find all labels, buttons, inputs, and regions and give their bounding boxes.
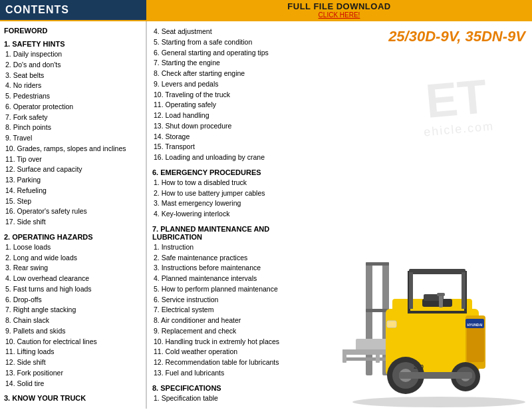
click-here-link[interactable]: CLICK HERE! [319,11,360,19]
svg-text:HYUNDAI: HYUNDAI [467,323,483,327]
toc-item: 5. Pedestrians [4,91,142,102]
toc-item: 4. Seat adjustment [152,27,281,37]
toc-item: 13. Parking [4,175,142,186]
toc-left: FOREWORD 1. SAFETY HINTS 1. Daily inspec… [0,21,146,409]
toc-item: 12. Surface and capacity [4,164,142,175]
toc-item: 7. Starting the engine [152,58,281,69]
image-area: 25/30D-9V, 35DN-9V ET ehicle.com [287,21,532,409]
toc-item: 9. Travel [4,133,142,144]
toc-item: 3. Instructions before maintenance [152,263,281,274]
toc-item: 13. Fork positioner [4,368,142,379]
svg-rect-9 [376,349,380,363]
svg-point-0 [352,397,525,407]
toc-item: 17. Side shift [4,217,142,228]
toc-item: 4. Key-lowering interlock [152,209,281,220]
toc-item: 11. Cold weather operation [152,347,281,357]
header-left: CONTENTS [0,0,146,20]
toc-item: 6. Operator protection [4,102,142,112]
toc-item: 15. Step [4,196,142,207]
toc-item: 5. Starting from a safe condition [152,37,281,48]
toc-item: 2. Long and wide loads [4,253,142,264]
main-content: FOREWORD 1. SAFETY HINTS 1. Daily inspec… [0,21,532,409]
toc-item: 1. Instruction [152,242,281,253]
toc-item: 12. Recommendation table for lubricants [152,357,281,368]
toc-item: 1. Daily inspection [4,49,142,60]
toc-item: 7. Right angle stacking [4,305,142,315]
section-1-title: 1. SAFETY HINTS [4,40,142,48]
section-7-title: 7. PLANNED MAINTENANCE AND LUBRICATION [152,225,281,241]
toc-item: 10. Traveling of the truck [152,90,281,101]
toc-item: 7. Fork safety [4,112,142,123]
right-panel: 4. Seat adjustment 5. Starting from a sa… [147,21,532,409]
svg-rect-30 [399,372,472,379]
toc-item: 10. Caution for electrical lines [4,337,142,347]
toc-item: 2. Safe maintenance practices [152,253,281,264]
svg-rect-8 [342,349,346,363]
svg-rect-4 [366,309,389,312]
toc-item: 5. How to perform planned maintenance [152,284,281,295]
toc-item: 5. Fast turns and high loads [4,284,142,295]
toc-item: 9. Pallets and skids [4,326,142,337]
toc-item: 9. Levers and pedals [152,79,281,90]
toc-item: 1. Specification table [152,393,281,404]
forklift-image: HYUNDAI 250 [306,222,532,409]
svg-rect-15 [409,269,466,274]
svg-rect-5 [356,339,389,351]
toc-item: 16. Operator's safety rules [4,206,142,217]
toc-item: 11. Lifting loads [4,347,142,357]
toc-item: 14. Storage [152,132,281,142]
section-3-title: 3. KNOW YOUR TRUCK [4,394,142,402]
toc-item: 10. Grades, ramps, slopes and inclines [4,144,142,154]
toc-item: 8. Air conditioner and heater [152,315,281,326]
toc-item: 3. Seat belts [4,71,142,81]
toc-item: 6. Service instruction [152,295,281,306]
toc-item: 4. No riders [4,81,142,91]
svg-rect-16 [409,272,413,309]
toc-item: 14. Refueling [4,186,142,196]
toc-item: 6. Drop-offs [4,295,142,306]
toc-item: 10. Handling truck in extremly hot place… [152,337,281,347]
toc-item: 8. Check after starting engine [152,69,281,79]
toc-item: 9. Replacement and check [152,326,281,337]
toc-item: 15. Transport [152,142,281,152]
foreword-label: FOREWORD [4,27,142,35]
svg-rect-34 [437,293,445,296]
toc-item: 3. Mast emergency lowering [152,198,281,209]
toc-item: 1. Loose loads [4,242,142,253]
toc-item: 4. Planned maintenance intervals [152,274,281,284]
toc-item: 16. Loading and unloading by crane [152,152,281,163]
toc-item: 7. Electrical system [152,305,281,315]
model-title: 25/30D-9V, 35DN-9V [388,28,525,45]
toc-item: 1. How to tow a disabled truck [152,178,281,188]
toc-item: 12. Side shift [4,357,142,368]
toc-item: 11. Tip over [4,154,142,165]
toc-item: 2. How to use battery jumper cables [152,188,281,199]
watermark: ET ehicle.com [419,72,495,140]
toc-item: 13. Fuel and lubricants [152,368,281,379]
toc-item: 6. General starting and operating tips [152,48,281,59]
section-2-title: 2. OPERATING HAZARDS [4,233,142,241]
svg-rect-31 [387,321,396,327]
header-right[interactable]: FULL FILE DOWNLOAD CLICK HERE! [146,0,532,20]
section-8-title: 8. SPECIFICATIONS [152,384,281,392]
svg-rect-17 [462,272,466,309]
toc-item: 12. Load handling [152,110,281,121]
toc-item: 2. Do's and don'ts [4,60,142,71]
svg-text:250: 250 [414,363,424,370]
download-label: FULL FILE DOWNLOAD [287,1,390,11]
content-area: 4. Seat adjustment 5. Starting from a sa… [147,21,532,409]
contents-title: CONTENTS [5,4,69,16]
toc-item: 8. Pinch points [4,122,142,133]
toc-item: 8. Chain slack [4,315,142,326]
toc-item: 3. Rear swing [4,263,142,274]
toc-item: 14. Solid tire [4,379,142,389]
right-toc-col: 4. Seat adjustment 5. Starting from a sa… [147,21,287,409]
toc-item: 4. Low overhead clearance [4,274,142,284]
toc-item: 13. Shut down procedure [152,121,281,132]
section-6-title: 6. EMERGENCY PROCEDURES [152,168,281,176]
toc-item: 11. Operating safely [152,100,281,110]
svg-rect-3 [366,262,389,266]
